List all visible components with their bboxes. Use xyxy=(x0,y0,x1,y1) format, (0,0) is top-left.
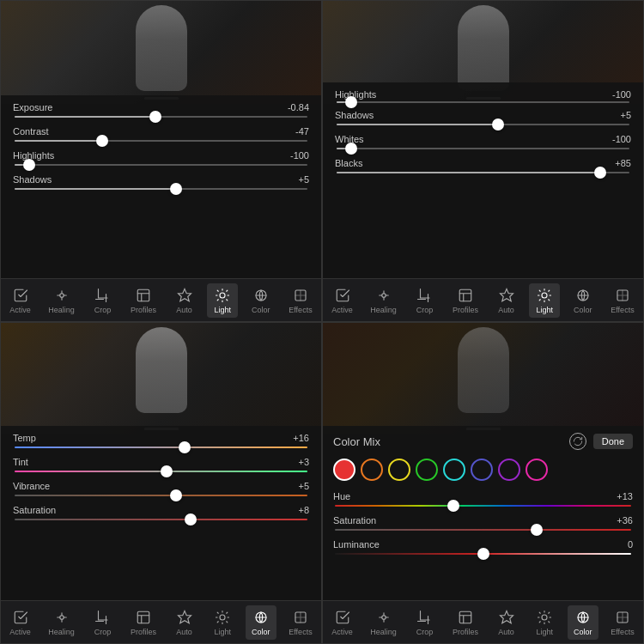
auto-icon-tl xyxy=(176,287,193,304)
tool-active-tr[interactable]: Active xyxy=(326,283,358,318)
tool-healing-tl[interactable]: Healing xyxy=(43,283,80,318)
photo-bg-bl xyxy=(1,323,321,434)
tool-profiles-br[interactable]: Profiles xyxy=(447,605,483,640)
effects-icon-tl xyxy=(292,287,309,304)
tool-auto-tl[interactable]: Auto xyxy=(169,283,200,318)
effects-label-br: Effects xyxy=(611,628,634,636)
tool-profiles-bl[interactable]: Profiles xyxy=(125,605,161,640)
tool-effects-tl[interactable]: Effects xyxy=(283,283,317,318)
tool-active-tl[interactable]: Active xyxy=(4,283,36,318)
sat-value: +36 xyxy=(617,515,633,526)
tool-crop-tl[interactable]: Crop xyxy=(87,283,118,318)
saturation-row: Saturation +8 xyxy=(13,505,309,520)
partial-hl-value: -100 xyxy=(612,89,631,100)
tool-light-tl[interactable]: Light xyxy=(207,283,238,318)
color-circle-cyan[interactable] xyxy=(443,459,465,481)
vibrance-value: +5 xyxy=(298,481,309,491)
tool-color-br[interactable]: Color xyxy=(568,605,598,640)
crop-icon-tr xyxy=(416,287,433,304)
tool-profiles-tr[interactable]: Profiles xyxy=(447,283,483,318)
tool-color-bl[interactable]: Color xyxy=(246,605,276,640)
tool-active-br[interactable]: Active xyxy=(326,605,358,640)
sat-track[interactable] xyxy=(335,529,631,531)
tool-healing-bl[interactable]: Healing xyxy=(43,605,80,640)
lum-label: Luminance xyxy=(333,539,380,550)
color-label-tr: Color xyxy=(574,306,592,314)
contrast-label: Contrast xyxy=(13,126,49,137)
color-circle-purple[interactable] xyxy=(498,459,520,481)
shadows-row-tr: Shadows +5 xyxy=(335,110,631,125)
temp-track[interactable] xyxy=(15,447,307,448)
tool-color-tl[interactable]: Color xyxy=(246,283,276,318)
svg-rect-19 xyxy=(459,611,471,623)
shadows-track[interactable] xyxy=(15,188,307,190)
color-label-br: Color xyxy=(574,628,592,636)
tool-light-tr[interactable]: Light xyxy=(529,283,560,318)
tool-light-bl[interactable]: Light xyxy=(207,605,238,640)
healing-label-tr: Healing xyxy=(370,306,397,314)
healing-label-tl: Healing xyxy=(48,306,75,314)
shadows-track-tr[interactable] xyxy=(337,124,629,125)
hl-track-tr[interactable] xyxy=(337,101,629,103)
auto-icon-br xyxy=(498,609,515,626)
healing-label-br: Healing xyxy=(370,628,397,636)
active-label-tl: Active xyxy=(9,306,31,314)
effects-label-tr: Effects xyxy=(611,306,634,314)
blacks-track-tr[interactable] xyxy=(337,172,629,173)
color-circle-blue[interactable] xyxy=(471,459,493,481)
crop-label-bl: Crop xyxy=(94,628,112,636)
tool-effects-br[interactable]: Effects xyxy=(605,605,639,640)
temp-value: +16 xyxy=(293,433,309,443)
effects-icon-bl xyxy=(292,609,309,626)
hue-track[interactable] xyxy=(335,505,631,507)
color-icon-br xyxy=(574,609,592,626)
highlights-track[interactable] xyxy=(15,164,307,166)
svg-point-0 xyxy=(59,293,64,297)
svg-point-21 xyxy=(542,615,547,620)
color-circle-yellow[interactable] xyxy=(388,459,410,481)
color-label-tl: Color xyxy=(252,306,270,314)
tool-crop-tr[interactable]: Crop xyxy=(409,283,440,318)
exposure-track[interactable] xyxy=(15,116,307,118)
contrast-track[interactable] xyxy=(15,140,307,142)
color-label-bl: Color xyxy=(252,628,270,636)
color-circle-green[interactable] xyxy=(416,459,438,481)
tint-track[interactable] xyxy=(15,471,307,472)
color-mix-title: Color Mix xyxy=(333,435,380,448)
svg-point-12 xyxy=(59,615,64,619)
tool-auto-bl[interactable]: Auto xyxy=(169,605,200,640)
tool-healing-br[interactable]: Healing xyxy=(365,605,402,640)
whites-track-tr[interactable] xyxy=(337,148,629,149)
tool-active-bl[interactable]: Active xyxy=(4,605,36,640)
tool-color-tr[interactable]: Color xyxy=(568,283,598,318)
lum-track[interactable] xyxy=(335,553,631,555)
light-label-bl: Light xyxy=(214,628,231,636)
tool-effects-bl[interactable]: Effects xyxy=(283,605,317,640)
tool-crop-bl[interactable]: Crop xyxy=(87,605,118,640)
blacks-row-tr: Blacks +85 xyxy=(335,158,631,173)
sync-icon[interactable] xyxy=(569,433,586,450)
saturation-value: +8 xyxy=(298,505,309,515)
vibrance-track[interactable] xyxy=(15,495,307,496)
color-circle-orange[interactable] xyxy=(361,459,383,481)
tool-effects-tr[interactable]: Effects xyxy=(605,283,639,318)
tool-auto-tr[interactable]: Auto xyxy=(491,283,522,318)
light-label-br: Light xyxy=(536,628,553,636)
color-icon-tr xyxy=(574,287,592,304)
effects-label-bl: Effects xyxy=(289,628,312,636)
done-button[interactable]: Done xyxy=(593,434,633,449)
tool-auto-br[interactable]: Auto xyxy=(491,605,522,640)
color-circle-magenta[interactable] xyxy=(526,459,548,481)
saturation-track[interactable] xyxy=(15,519,307,520)
profiles-label-tl: Profiles xyxy=(131,306,156,314)
tool-profiles-tl[interactable]: Profiles xyxy=(125,283,161,318)
color-circles xyxy=(333,459,633,481)
exposure-value: -0.84 xyxy=(288,102,309,112)
contrast-row: Contrast -47 xyxy=(13,126,309,142)
tool-healing-tr[interactable]: Healing xyxy=(365,283,402,318)
tool-crop-br[interactable]: Crop xyxy=(409,605,440,640)
auto-label-tr: Auto xyxy=(498,306,514,314)
color-circle-red[interactable] xyxy=(333,459,355,481)
tool-light-br[interactable]: Light xyxy=(529,605,560,640)
profiles-label-tr: Profiles xyxy=(453,306,478,314)
